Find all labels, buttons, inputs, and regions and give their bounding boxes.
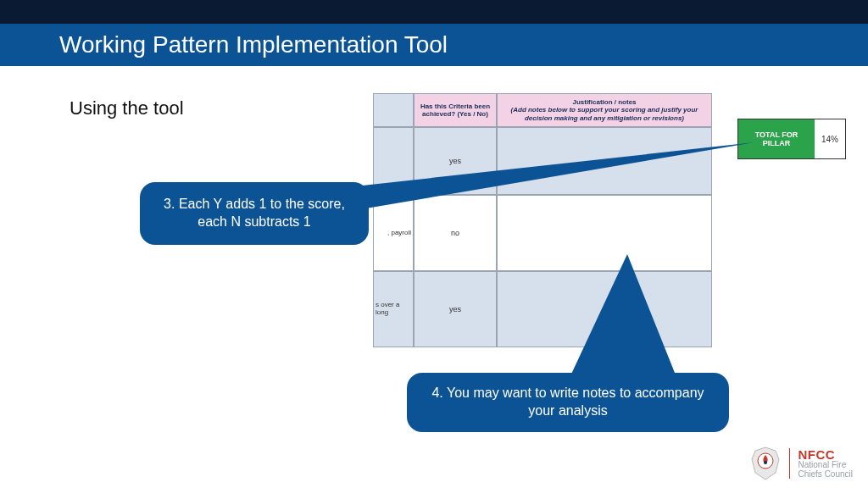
section-heading: Using the tool [70,97,184,119]
svg-marker-0 [339,142,754,210]
nfcc-line2: Chiefs Council [798,470,853,480]
total-pillar-value: 14% [815,119,845,158]
sheet-header-row: Has this Criteria been achieved? (Yes / … [373,93,712,127]
nfcc-logo: NFCC National Fire Chiefs Council [750,446,853,481]
callout-pointer-4 [568,254,695,390]
svg-marker-1 [568,254,678,381]
sheet-header-justification-title: Justification / notes [572,98,636,106]
callout-4-text: 4. You may want to write notes to accomp… [420,385,715,420]
top-dark-strip [0,0,868,24]
callout-3: 3. Each Y adds 1 to the score, each N su… [140,182,369,245]
row-fragment: s over a long [373,271,414,347]
sheet-header-left-stub [373,93,414,127]
sheet-header-justification-sub: (Add notes below to support your scoring… [499,106,709,121]
row-answer: yes [414,271,497,347]
nfcc-logo-text: NFCC National Fire Chiefs Council [789,448,853,480]
callout-3-text: 3. Each Y adds 1 to the score, each N su… [153,196,355,231]
callout-4: 4. You may want to write notes to accomp… [407,373,729,432]
sheet-header-justification: Justification / notes (Add notes below t… [497,93,712,127]
nfcc-abbr: NFCC [798,448,853,462]
svg-point-4 [764,461,767,464]
nfcc-badge-icon [750,446,781,481]
sheet-header-criteria: Has this Criteria been achieved? (Yes / … [414,93,497,127]
callout-pointer-3 [339,127,763,229]
slide-title: Working Pattern Implementation Tool [59,31,448,58]
title-bar: Working Pattern Implementation Tool [0,24,868,66]
